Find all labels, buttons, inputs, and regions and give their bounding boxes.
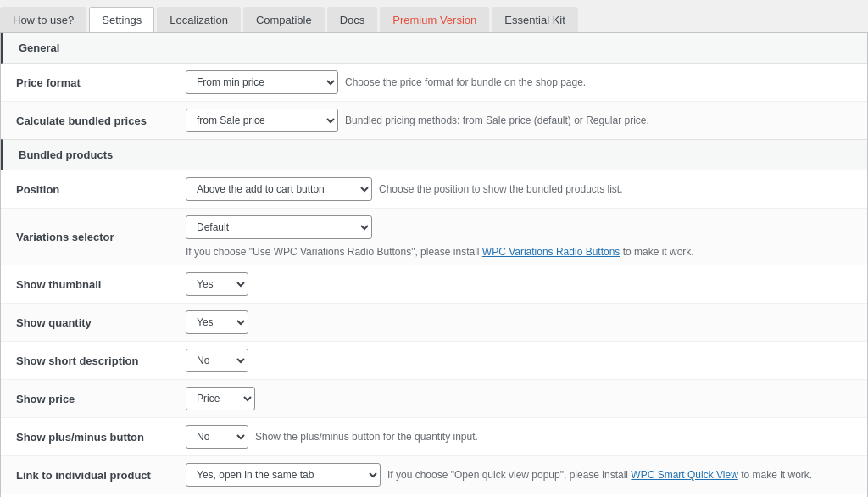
general-settings-table: Price format From min price From max pri…	[1, 64, 867, 139]
wpc-quick-view-link[interactable]: WPC Smart Quick View	[631, 469, 737, 481]
show-plus-minus-select[interactable]: No Yes	[186, 425, 248, 449]
show-price-control: Price No	[170, 380, 867, 418]
show-price-label: Show price	[1, 380, 170, 418]
show-thumbnail-select[interactable]: Yes No	[186, 272, 248, 296]
show-quantity-control: Yes No	[170, 304, 867, 342]
tab-premium-version[interactable]: Premium Version	[380, 7, 489, 32]
variations-selector-control: Default WPC Variations Radio Buttons If …	[170, 209, 867, 265]
show-plus-minus-control: No Yes Show the plus/minus button for th…	[170, 418, 867, 456]
tab-bar: How to use? Settings Localization Compat…	[0, 0, 868, 33]
price-format-row: Price format From min price From max pri…	[1, 64, 867, 102]
calculate-bundled-select[interactable]: from Sale price from Regular price	[186, 109, 338, 132]
tab-settings[interactable]: Settings	[89, 7, 154, 32]
calculate-bundled-control: from Sale price from Regular price Bundl…	[170, 102, 867, 140]
variations-selector-select[interactable]: Default WPC Variations Radio Buttons	[186, 215, 372, 239]
link-individual-label: Link to individual product	[1, 456, 170, 494]
tab-how-to-use[interactable]: How to use?	[0, 7, 86, 32]
show-short-description-control: No Yes	[170, 342, 867, 380]
show-quantity-label: Show quantity	[1, 304, 170, 342]
price-format-control: From min price From max price Min - Max …	[170, 64, 867, 102]
variations-selector-row: Variations selector Default WPC Variatio…	[1, 209, 867, 265]
change-image-label: Change image	[1, 494, 170, 498]
general-section-header: General	[1, 33, 867, 64]
show-quantity-row: Show quantity Yes No	[1, 304, 867, 342]
show-plus-minus-hint: Show the plus/minus button for the quant…	[255, 431, 478, 443]
show-thumbnail-label: Show thumbnail	[1, 265, 170, 304]
show-price-row: Show price Price No	[1, 380, 867, 418]
position-row: Position Above the add to cart button Be…	[1, 170, 867, 209]
variations-selector-label: Variations selector	[1, 209, 170, 265]
show-plus-minus-label: Show plus/minus button	[1, 418, 170, 456]
show-price-select[interactable]: Price No	[186, 387, 255, 410]
position-label: Position	[1, 170, 170, 209]
show-short-description-select[interactable]: No Yes	[186, 349, 248, 372]
tab-docs[interactable]: Docs	[327, 7, 378, 32]
tab-localization[interactable]: Localization	[157, 7, 241, 32]
show-thumbnail-row: Show thumbnail Yes No	[1, 265, 867, 304]
wpc-variations-link[interactable]: WPC Variations Radio Buttons	[482, 246, 620, 258]
tab-essential-kit[interactable]: Essential Kit	[492, 7, 578, 32]
show-short-description-row: Show short description No Yes	[1, 342, 867, 380]
variations-selector-hint: If you choose "Use WPC Variations Radio …	[186, 246, 694, 258]
change-image-row: Change image Yes No Change the main prod…	[1, 494, 867, 498]
link-individual-row: Link to individual product Yes, open in …	[1, 456, 867, 494]
price-format-hint: Choose the price format for bundle on th…	[345, 76, 586, 88]
position-hint: Choose the position to show the bundled …	[379, 183, 623, 195]
calculate-bundled-row: Calculate bundled prices from Sale price…	[1, 102, 867, 140]
price-format-label: Price format	[1, 64, 170, 102]
bundled-section-header: Bundled products	[1, 139, 867, 170]
position-select[interactable]: Above the add to cart button Below the a…	[186, 177, 372, 201]
show-thumbnail-control: Yes No	[170, 265, 867, 304]
link-individual-select[interactable]: Yes, open in the same tab Yes, open in n…	[186, 463, 381, 487]
show-plus-minus-row: Show plus/minus button No Yes Show the p…	[1, 418, 867, 456]
tab-compatible[interactable]: Compatible	[243, 7, 325, 32]
calculate-bundled-hint: Bundled pricing methods: from Sale price…	[345, 114, 649, 126]
position-control: Above the add to cart button Below the a…	[170, 170, 867, 209]
link-individual-control: Yes, open in the same tab Yes, open in n…	[170, 456, 867, 494]
show-quantity-select[interactable]: Yes No	[186, 310, 248, 334]
show-short-description-label: Show short description	[1, 342, 170, 380]
price-format-select[interactable]: From min price From max price Min - Max …	[186, 70, 338, 94]
bundled-settings-table: Position Above the add to cart button Be…	[1, 170, 867, 497]
change-image-control: Yes No Change the main product image whe…	[170, 494, 867, 498]
link-individual-hint: If you choose "Open quick view popup", p…	[387, 469, 812, 481]
settings-content: General Price format From min price From…	[0, 33, 868, 497]
calculate-bundled-label: Calculate bundled prices	[1, 102, 170, 140]
